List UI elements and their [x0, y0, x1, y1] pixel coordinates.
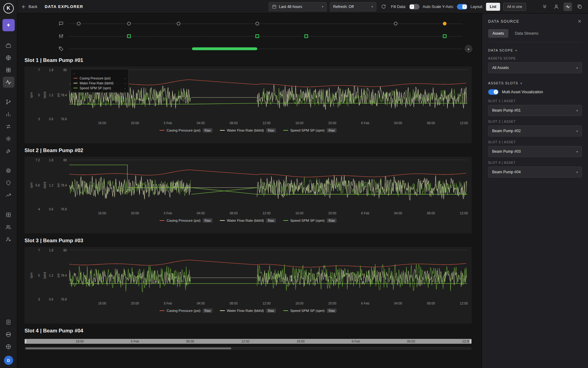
raw-badge: Raw [266, 218, 276, 223]
data-source-panel-toggle[interactable] [564, 2, 572, 11]
x-tick: 16:00 [296, 211, 303, 215]
legend-item[interactable]: Speed SPM SP (spm)Raw [283, 218, 337, 223]
sidebar-sphere-button[interactable] [3, 329, 14, 340]
event-marker[interactable] [394, 22, 398, 25]
auto-scale-toggle[interactable] [457, 4, 467, 10]
layout-all-in-one-button[interactable]: All in one [503, 3, 526, 11]
refresh-button[interactable] [379, 2, 388, 11]
raw-badge: Raw [266, 309, 276, 313]
sidebar-tools-button[interactable] [3, 145, 14, 156]
control-change-marker[interactable] [255, 34, 259, 38]
label-range-bar[interactable] [192, 47, 257, 50]
raw-badge: Raw [327, 128, 337, 132]
sidebar-shield-button[interactable] [3, 177, 14, 188]
sidebar-globe-alt-button[interactable] [3, 341, 14, 352]
slot-2-asset-label: SLOT 2 | ASSET [488, 120, 582, 123]
sidebar-briefcase-button[interactable] [3, 40, 14, 51]
strip-handle-left[interactable] [24, 339, 27, 344]
event-marker[interactable] [77, 22, 81, 25]
assets-slots-header[interactable]: ASSETS SLOTS ▾ [488, 81, 582, 85]
data-scope-header[interactable]: DATA SCOPE ▾ [488, 48, 582, 52]
slot-4-asset-select[interactable]: Beam Pump #04▾ [488, 167, 582, 178]
sidebar-grid-button[interactable] [3, 209, 14, 220]
data-source-panel: DATA SOURCE Assets Data Streams DATA SCO… [482, 13, 588, 368]
slot-3-asset-label: SLOT 3 | ASSET [488, 140, 582, 144]
x-tick: 16:00 [98, 301, 106, 305]
collapse-button[interactable] [540, 2, 549, 11]
chart-plot[interactable] [69, 250, 467, 301]
sidebar-target-button[interactable] [3, 165, 14, 176]
refresh-dropdown[interactable]: Refresh: Off ▾ [330, 2, 376, 11]
timeline-track[interactable] [69, 17, 462, 30]
sparkle-icon[interactable] [2, 19, 15, 31]
legend-item[interactable]: Casing Pressure (psi)Raw [160, 128, 213, 132]
sidebar-bar-chart-button[interactable] [3, 109, 14, 120]
chart-plot[interactable] [69, 160, 467, 210]
sidebar-gear-button[interactable] [3, 133, 14, 144]
x-tick: 16:00 [98, 211, 106, 215]
multi-asset-label: Multi Asset Visualization [502, 90, 543, 94]
app-logo[interactable]: K [3, 3, 14, 13]
sidebar-trend-button[interactable] [3, 190, 14, 201]
sidebar-activity-button[interactable] [3, 77, 14, 88]
sidebar-swap-button[interactable] [3, 121, 14, 132]
tab-data-streams[interactable]: Data Streams [511, 29, 543, 38]
legend-item[interactable]: Speed SPM SP (spm)Raw [283, 309, 337, 313]
event-marker[interactable] [177, 22, 180, 25]
account-button[interactable] [552, 2, 560, 11]
labels-row [24, 42, 462, 55]
close-icon[interactable] [577, 19, 582, 24]
x-tick: 5 Feb [164, 121, 172, 125]
control-change-marker[interactable] [304, 34, 308, 38]
chart-plot[interactable] [69, 70, 467, 120]
x-tick: 20:00 [131, 301, 139, 305]
horizontal-scrollbar[interactable] [24, 347, 472, 350]
control-change-marker[interactable] [443, 34, 447, 38]
timeline-track[interactable] [69, 30, 462, 42]
slot-3-asset-select[interactable]: Beam Pump #03▾ [488, 146, 582, 157]
strip-handle-right[interactable] [469, 339, 472, 344]
fill-data-toggle[interactable] [409, 4, 420, 10]
multi-asset-toggle[interactable] [488, 89, 499, 95]
copy-view-button[interactable] [575, 2, 584, 11]
chat-icon [24, 21, 69, 26]
sidebar-user-cog-button[interactable] [3, 234, 14, 245]
sidebar-globe-button[interactable] [3, 52, 14, 63]
user-avatar[interactable]: D [4, 356, 13, 365]
time-range-dropdown[interactable]: Last 48 hours ▾ [269, 2, 327, 11]
time-range-strip[interactable]: 18:005 Feb06:0012:0018:006 Feb06:0012:00 [24, 339, 472, 344]
event-marker[interactable] [255, 22, 259, 25]
legend-item[interactable]: Casing Pressure (psi)Raw [160, 218, 213, 223]
legend-item[interactable]: Speed SPM SP (spm)Raw [283, 128, 337, 132]
chart-panel: spm753bbl/d1.81.20.6psi8078.476.816:0020… [24, 247, 472, 324]
legend-item[interactable]: Water Flow Rate (bbl/d)Raw [220, 128, 276, 132]
fill-data-label: Fill Data: [391, 5, 406, 9]
sidebar-branch-button[interactable] [3, 96, 14, 107]
event-marker[interactable] [127, 22, 131, 25]
control-change-marker[interactable] [127, 34, 131, 38]
slot-2-asset-select[interactable]: Beam Pump #02▾ [488, 125, 582, 136]
tab-assets[interactable]: Assets [488, 29, 508, 38]
chevron-down-icon: ▾ [322, 5, 323, 8]
legend-item[interactable]: Water Flow Rate (bbl/d)Raw [220, 218, 276, 223]
sidebar-users-button[interactable] [3, 221, 14, 232]
legend-item[interactable]: Casing Pressure (psi)Raw [160, 309, 213, 313]
sidebar-doc-list-button[interactable] [3, 316, 14, 328]
assets-scope-select[interactable]: All Assets ▾ [488, 62, 582, 73]
layout-list-button[interactable]: List [486, 3, 500, 11]
tag-icon [24, 46, 69, 51]
x-tick: 6 Feb [361, 121, 369, 125]
event-marker-active[interactable] [443, 22, 447, 25]
legend-item[interactable]: Water Flow Rate (bbl/d)Raw [220, 309, 276, 313]
scrollbar-thumb[interactable] [25, 347, 231, 349]
slot-1-asset-select[interactable]: Beam Pump #01▾ [488, 105, 582, 116]
slot-1-asset-label: SLOT 1 | ASSET [488, 99, 582, 103]
timeline-track[interactable] [69, 42, 462, 55]
sidebar-apps-button[interactable] [3, 64, 14, 75]
y-axis-spm: spm753 [29, 250, 42, 301]
events-timeline: + [24, 13, 472, 55]
sidebar-group [3, 316, 14, 353]
back-button[interactable]: Back [21, 4, 37, 9]
add-button[interactable]: + [465, 45, 472, 52]
sidebar: K D [0, 0, 17, 368]
